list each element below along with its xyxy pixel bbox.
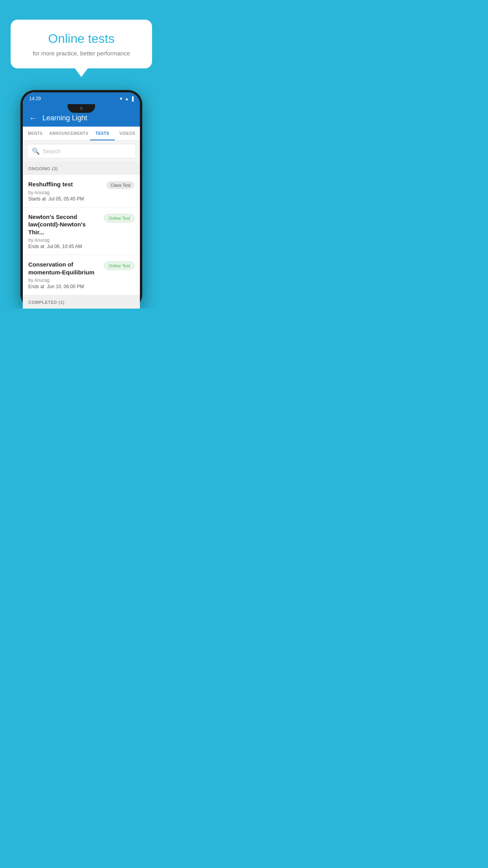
search-placeholder: Search [43,148,60,154]
status-icons: ▼ ▲ ▐ [119,96,134,101]
status-bar: 14:29 ▼ ▲ ▐ [23,92,140,104]
test-badge-1: Class Test [106,181,134,189]
completed-label: COMPLETED (1) [28,300,64,305]
phone-mockup: 14:29 ▼ ▲ ▐ ← Learning Light MENT [20,90,142,309]
notch-bar [23,104,140,110]
tab-tests[interactable]: TESTS [90,127,115,140]
test-item-1[interactable]: Reshuffling test by Anurag Starts at Jul… [23,175,140,208]
test-name-3: Conservation of momentum-Equilibrium [28,261,100,276]
test-info-1: Reshuffling test by Anurag Starts at Jul… [28,180,106,202]
camera-icon [80,107,83,110]
bubble-title: Online tests [22,31,140,46]
search-bar[interactable]: 🔍 Search [27,144,136,158]
ongoing-label: ONGOING (3) [28,166,58,171]
battery-icon: ▐ [130,96,134,101]
test-badge-3: Online Test [104,261,134,270]
test-date-1: Starts at Jul 05, 05:45 PM [28,196,103,202]
top-section: Online tests for more practice, better p… [0,0,163,68]
tab-ments[interactable]: MENTS [23,127,48,140]
notch [68,104,95,113]
tests-list: Reshuffling test by Anurag Starts at Jul… [23,175,140,295]
test-badge-2: Online Test [104,214,134,223]
phone-screen: 14:29 ▼ ▲ ▐ ← Learning Light MENT [23,92,140,309]
test-item-3[interactable]: Conservation of momentum-Equilibrium by … [23,255,140,295]
test-by-2: by Anurag [28,237,100,243]
completed-section-header: COMPLETED (1) [23,295,140,309]
tab-videos[interactable]: VIDEOS [115,127,140,140]
test-name-1: Reshuffling test [28,180,103,188]
search-icon: 🔍 [32,147,40,155]
test-item-2[interactable]: Newton's Second law(contd)-Newton's Thir… [23,208,140,256]
back-button[interactable]: ← [29,114,37,123]
test-by-3: by Anurag [28,278,100,283]
search-bar-container: 🔍 Search [23,141,140,162]
phone-wrapper: 14:29 ▼ ▲ ▐ ← Learning Light MENT [0,90,163,309]
tab-announcements[interactable]: ANNOUNCEMENTS [48,127,90,140]
test-info-3: Conservation of momentum-Equilibrium by … [28,261,104,289]
test-info-2: Newton's Second law(contd)-Newton's Thir… [28,213,104,250]
test-date-3: Ends at Jun 10, 06:00 PM [28,284,100,289]
app-title: Learning Light [42,114,87,122]
status-time: 14:29 [29,96,41,101]
bubble-subtitle: for more practice, better performance [22,50,140,57]
speech-bubble: Online tests for more practice, better p… [11,20,152,68]
test-date-2: Ends at Jul 06, 10:45 AM [28,244,100,249]
test-name-2: Newton's Second law(contd)-Newton's Thir… [28,213,100,236]
signal-icon: ▲ [125,96,129,101]
tabs-bar: MENTS ANNOUNCEMENTS TESTS VIDEOS [23,127,140,141]
test-by-1: by Anurag [28,190,103,195]
wifi-icon: ▼ [119,96,123,101]
ongoing-section-header: ONGOING (3) [23,162,140,175]
